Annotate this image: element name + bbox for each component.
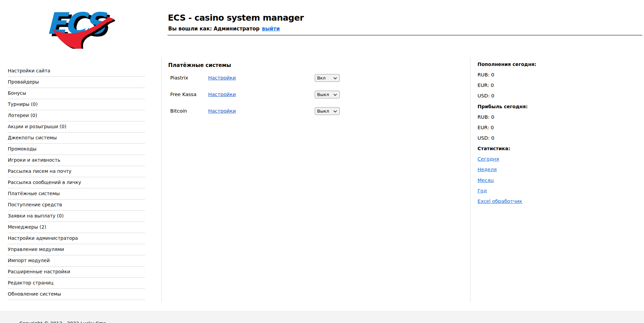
payment-settings-link[interactable]: Настройки (208, 108, 236, 114)
stats-link-week[interactable]: Неделя (478, 167, 497, 172)
chevron-down-icon (333, 77, 337, 79)
profit-eur: EUR: 0 (478, 125, 579, 135)
payment-settings-link[interactable]: Настройки (208, 92, 236, 97)
sidebar-item-payment-systems[interactable]: Платёжные системы (8, 188, 145, 200)
sidebar-item-email-mailing[interactable]: Рассылка писем на почту (8, 166, 145, 177)
sidebar-item-pm-mailing[interactable]: Рассылка сообщений в личку (8, 177, 145, 188)
sidebar-main-divider (161, 57, 162, 302)
deposits-today-heading: Пополнения сегодня: (478, 62, 579, 72)
login-status: Вы вошли как: Администраторвыйти (168, 26, 280, 32)
sidebar-item-admin-settings[interactable]: Настройки администратора (8, 233, 145, 244)
page-title: ECS - casino system manager (168, 13, 304, 23)
ecs-logo: ECS ECS (43, 5, 115, 49)
payment-name: Bitcoin (170, 108, 187, 114)
sidebar-item-lotteries[interactable]: Лотереи (0) (8, 110, 145, 121)
sidebar-item-tournaments[interactable]: Турниры (0) (8, 99, 145, 110)
sidebar-menu: Настройки сайта Провайдеры Бонусы Турнир… (8, 66, 145, 300)
sidebar-item-managers[interactable]: Менеджеры (2) (8, 222, 145, 233)
payment-state-value: Вкл (317, 75, 326, 80)
payment-state-value: Выкл (317, 92, 329, 97)
payment-settings-link[interactable]: Настройки (208, 75, 236, 80)
sidebar-item-system-update[interactable]: Обновление системы (8, 289, 145, 300)
payment-row-freekassa: Free Kassa Настройки Выкл (168, 92, 371, 100)
sidebar-item-bonuses[interactable]: Бонусы (8, 88, 145, 99)
sidebar-item-site-settings[interactable]: Настройки сайта (8, 66, 145, 77)
payment-state-select[interactable]: Вкл (315, 74, 340, 82)
payment-state-select[interactable]: Выкл (315, 107, 340, 115)
copyright-text: Copyright © 2013 - 2023 Lucky Cms (19, 321, 106, 323)
sidebar-item-promocodes[interactable]: Промокоды (8, 144, 145, 155)
sidebar-item-module-management[interactable]: Управление модулями (8, 244, 145, 255)
sidebar-item-page-editor[interactable]: Редактор страниц (8, 278, 145, 289)
sidebar-item-jackpots[interactable]: Джекпоты системы (8, 133, 145, 144)
sidebar-menu-list: Настройки сайта Провайдеры Бонусы Турнир… (8, 66, 145, 300)
deposits-rub: RUB: 0 (478, 72, 579, 83)
sidebar-item-module-import[interactable]: Импорт модулей (8, 255, 145, 267)
payment-state-select[interactable]: Выкл (315, 91, 340, 98)
main-stats-divider (470, 57, 470, 302)
stats-panel: Пополнения сегодня: RUB: 0 EUR: 0 USD: 0… (478, 62, 579, 209)
profit-today-heading: Прибыль сегодня: (478, 104, 579, 114)
profit-usd: USD: 0 (478, 135, 579, 146)
payment-name: Piastrix (170, 75, 188, 80)
chevron-down-icon (333, 94, 337, 96)
deposits-usd: USD: 0 (478, 93, 579, 103)
sidebar-item-players-activity[interactable]: Игроки и активность (8, 155, 145, 166)
sidebar-item-advanced-settings[interactable]: Расширенные настройки (8, 267, 145, 278)
footer: Copyright © 2013 - 2023 Lucky Cms (0, 311, 644, 323)
header-divider (168, 35, 642, 36)
payment-state-value: Выкл (317, 109, 329, 114)
sidebar-item-payout-requests[interactable]: Заявки на выплату (0) (8, 211, 145, 222)
stats-link-today[interactable]: Сегодня (478, 156, 499, 162)
payment-row-piastrix: Piastrix Настройки Вкл (168, 75, 371, 84)
login-status-text: Вы вошли как: Администратор (168, 26, 260, 32)
sidebar-item-promotions[interactable]: Акции и розыгрыши (0) (8, 121, 145, 133)
deposits-eur: EUR: 0 (478, 83, 579, 93)
stats-link-year[interactable]: Год (478, 188, 487, 193)
payment-name: Free Kassa (170, 92, 197, 97)
sidebar-item-providers[interactable]: Провайдеры (8, 77, 145, 88)
sidebar-item-incoming-funds[interactable]: Поступление средств (8, 200, 145, 211)
payment-systems-heading: Платёжные системы (168, 62, 231, 68)
chevron-down-icon (333, 110, 337, 113)
stats-link-month[interactable]: Месяц (478, 178, 494, 183)
profit-rub: RUB: 0 (478, 114, 579, 125)
statistics-heading: Статистика: (478, 146, 579, 156)
stats-link-excel[interactable]: Excel обработчик (478, 199, 522, 204)
payment-row-bitcoin: Bitcoin Настройки Выкл (168, 108, 371, 117)
logout-link[interactable]: выйти (262, 26, 280, 32)
